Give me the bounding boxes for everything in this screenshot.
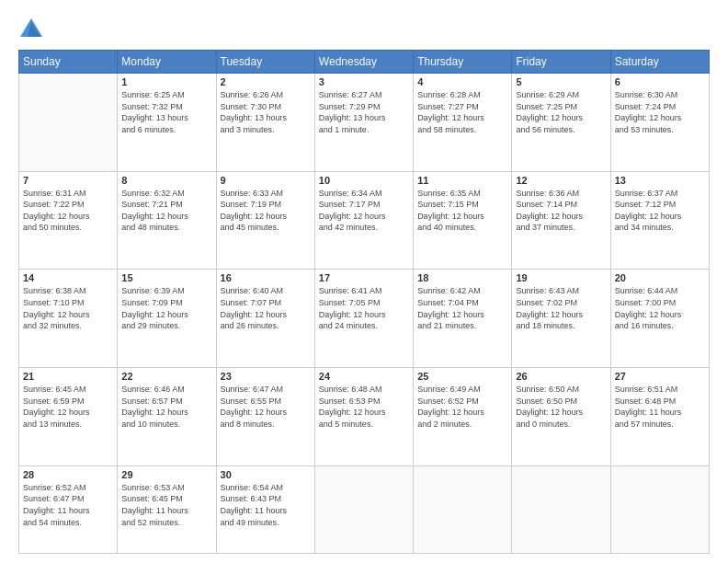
col-header-sunday: Sunday [19,51,118,74]
col-header-friday: Friday [512,51,610,74]
calendar-cell: 15Sunrise: 6:39 AM Sunset: 7:09 PM Dayli… [118,270,216,368]
calendar-cell: 4Sunrise: 6:28 AM Sunset: 7:27 PM Daylig… [414,74,512,172]
calendar-cell [314,465,413,553]
day-info: Sunrise: 6:41 AM Sunset: 7:05 PM Dayligh… [319,285,409,331]
day-info: Sunrise: 6:45 AM Sunset: 6:59 PM Dayligh… [23,384,113,430]
calendar-cell: 28Sunrise: 6:52 AM Sunset: 6:47 PM Dayli… [19,465,118,553]
day-number: 28 [23,469,113,480]
col-header-saturday: Saturday [610,51,709,74]
day-info: Sunrise: 6:28 AM Sunset: 7:27 PM Dayligh… [417,89,507,135]
calendar-cell [610,465,709,553]
day-number: 3 [319,76,409,87]
day-number: 8 [121,175,211,186]
day-info: Sunrise: 6:43 AM Sunset: 7:02 PM Dayligh… [516,285,606,331]
calendar-cell [414,465,512,553]
calendar-cell: 12Sunrise: 6:36 AM Sunset: 7:14 PM Dayli… [512,171,610,270]
day-number: 14 [23,272,113,283]
day-info: Sunrise: 6:53 AM Sunset: 6:45 PM Dayligh… [121,482,211,528]
day-number: 5 [516,76,606,87]
day-number: 19 [516,272,606,283]
day-number: 27 [615,371,705,382]
day-info: Sunrise: 6:32 AM Sunset: 7:21 PM Dayligh… [121,188,211,234]
calendar-cell: 22Sunrise: 6:46 AM Sunset: 6:57 PM Dayli… [118,368,216,466]
calendar-cell: 5Sunrise: 6:29 AM Sunset: 7:25 PM Daylig… [512,74,610,172]
calendar-row-5: 28Sunrise: 6:52 AM Sunset: 6:47 PM Dayli… [19,465,710,553]
calendar-cell: 24Sunrise: 6:48 AM Sunset: 6:53 PM Dayli… [314,368,413,466]
calendar-cell: 11Sunrise: 6:35 AM Sunset: 7:15 PM Dayli… [414,171,512,270]
calendar-cell: 14Sunrise: 6:38 AM Sunset: 7:10 PM Dayli… [19,270,118,368]
calendar-cell: 3Sunrise: 6:27 AM Sunset: 7:29 PM Daylig… [314,74,413,172]
day-info: Sunrise: 6:33 AM Sunset: 7:19 PM Dayligh… [221,188,311,234]
calendar-cell: 1Sunrise: 6:25 AM Sunset: 7:32 PM Daylig… [118,74,216,172]
calendar-cell: 25Sunrise: 6:49 AM Sunset: 6:52 PM Dayli… [414,368,512,466]
calendar-cell: 18Sunrise: 6:42 AM Sunset: 7:04 PM Dayli… [414,270,512,368]
day-number: 11 [417,175,507,186]
day-number: 1 [121,76,211,87]
calendar-cell: 13Sunrise: 6:37 AM Sunset: 7:12 PM Dayli… [610,171,709,270]
day-number: 29 [121,469,211,480]
day-info: Sunrise: 6:36 AM Sunset: 7:14 PM Dayligh… [516,188,606,234]
col-header-monday: Monday [118,51,216,74]
day-number: 10 [319,175,409,186]
day-number: 2 [221,76,311,87]
calendar-cell: 7Sunrise: 6:31 AM Sunset: 7:22 PM Daylig… [19,171,118,270]
day-number: 17 [319,272,409,283]
calendar-cell [512,465,610,553]
day-info: Sunrise: 6:51 AM Sunset: 6:48 PM Dayligh… [615,384,705,430]
day-number: 4 [417,76,507,87]
calendar-row-1: 1Sunrise: 6:25 AM Sunset: 7:32 PM Daylig… [19,74,710,172]
calendar-cell: 8Sunrise: 6:32 AM Sunset: 7:21 PM Daylig… [118,171,216,270]
day-info: Sunrise: 6:48 AM Sunset: 6:53 PM Dayligh… [319,384,409,430]
day-number: 22 [121,371,211,382]
calendar-cell [19,74,118,172]
calendar-cell: 26Sunrise: 6:50 AM Sunset: 6:50 PM Dayli… [512,368,610,466]
day-info: Sunrise: 6:44 AM Sunset: 7:00 PM Dayligh… [615,285,705,331]
day-info: Sunrise: 6:47 AM Sunset: 6:55 PM Dayligh… [221,384,311,430]
day-info: Sunrise: 6:50 AM Sunset: 6:50 PM Dayligh… [516,384,606,430]
day-info: Sunrise: 6:42 AM Sunset: 7:04 PM Dayligh… [417,285,507,331]
day-info: Sunrise: 6:29 AM Sunset: 7:25 PM Dayligh… [516,89,606,135]
calendar-cell: 16Sunrise: 6:40 AM Sunset: 7:07 PM Dayli… [216,270,314,368]
day-number: 7 [23,175,113,186]
page: SundayMondayTuesdayWednesdayThursdayFrid… [0,0,728,563]
calendar-cell: 27Sunrise: 6:51 AM Sunset: 6:48 PM Dayli… [610,368,709,466]
day-number: 21 [23,371,113,382]
calendar-cell: 19Sunrise: 6:43 AM Sunset: 7:02 PM Dayli… [512,270,610,368]
day-info: Sunrise: 6:35 AM Sunset: 7:15 PM Dayligh… [417,188,507,234]
day-info: Sunrise: 6:38 AM Sunset: 7:10 PM Dayligh… [23,285,113,331]
day-number: 25 [417,371,507,382]
calendar-cell: 21Sunrise: 6:45 AM Sunset: 6:59 PM Dayli… [19,368,118,466]
calendar-row-2: 7Sunrise: 6:31 AM Sunset: 7:22 PM Daylig… [19,171,710,270]
day-info: Sunrise: 6:40 AM Sunset: 7:07 PM Dayligh… [221,285,311,331]
calendar-cell: 29Sunrise: 6:53 AM Sunset: 6:45 PM Dayli… [118,465,216,553]
logo [18,17,48,42]
day-number: 23 [221,371,311,382]
day-number: 24 [319,371,409,382]
calendar-cell: 30Sunrise: 6:54 AM Sunset: 6:43 PM Dayli… [216,465,314,553]
day-info: Sunrise: 6:39 AM Sunset: 7:09 PM Dayligh… [121,285,211,331]
col-header-wednesday: Wednesday [314,51,413,74]
calendar-header-row: SundayMondayTuesdayWednesdayThursdayFrid… [19,51,710,74]
calendar-row-4: 21Sunrise: 6:45 AM Sunset: 6:59 PM Dayli… [19,368,710,466]
day-number: 9 [221,175,311,186]
calendar-table: SundayMondayTuesdayWednesdayThursdayFrid… [18,50,710,554]
day-info: Sunrise: 6:30 AM Sunset: 7:24 PM Dayligh… [615,89,705,135]
day-info: Sunrise: 6:34 AM Sunset: 7:17 PM Dayligh… [319,188,409,234]
day-number: 16 [221,272,311,283]
col-header-tuesday: Tuesday [216,51,314,74]
day-number: 12 [516,175,606,186]
day-info: Sunrise: 6:25 AM Sunset: 7:32 PM Dayligh… [121,89,211,135]
day-info: Sunrise: 6:27 AM Sunset: 7:29 PM Dayligh… [319,89,409,135]
calendar-cell: 9Sunrise: 6:33 AM Sunset: 7:19 PM Daylig… [216,171,314,270]
calendar-cell: 2Sunrise: 6:26 AM Sunset: 7:30 PM Daylig… [216,74,314,172]
day-number: 30 [221,469,311,480]
day-number: 6 [615,76,705,87]
calendar-row-3: 14Sunrise: 6:38 AM Sunset: 7:10 PM Dayli… [19,270,710,368]
calendar-cell: 20Sunrise: 6:44 AM Sunset: 7:00 PM Dayli… [610,270,709,368]
header [18,17,710,42]
day-number: 26 [516,371,606,382]
col-header-thursday: Thursday [414,51,512,74]
day-info: Sunrise: 6:54 AM Sunset: 6:43 PM Dayligh… [221,482,311,528]
calendar-cell: 6Sunrise: 6:30 AM Sunset: 7:24 PM Daylig… [610,74,709,172]
day-number: 15 [121,272,211,283]
